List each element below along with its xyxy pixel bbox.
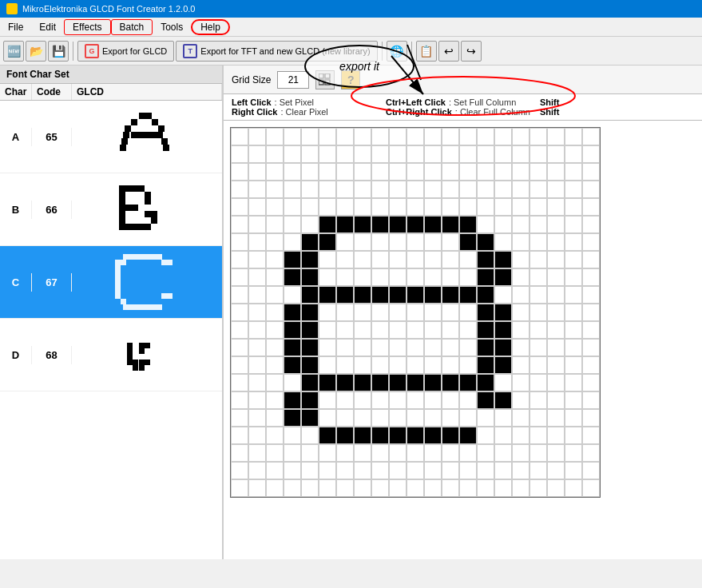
pixel-cell[interactable] bbox=[336, 374, 354, 391]
pixel-cell[interactable] bbox=[389, 427, 407, 444]
pixel-cell[interactable] bbox=[494, 198, 512, 216]
pixel-cell[interactable] bbox=[442, 163, 459, 181]
pixel-cell[interactable] bbox=[371, 321, 389, 339]
pixel-cell[interactable] bbox=[389, 479, 407, 497]
pixel-cell[interactable] bbox=[248, 251, 266, 268]
pixel-cell[interactable] bbox=[389, 304, 407, 321]
pixel-cell[interactable] bbox=[407, 286, 424, 304]
pixel-cell[interactable] bbox=[266, 251, 284, 268]
pixel-cell[interactable] bbox=[494, 181, 512, 198]
pixel-cell[interactable] bbox=[442, 479, 459, 497]
pixel-cell[interactable] bbox=[494, 391, 512, 409]
pixel-cell[interactable] bbox=[266, 356, 284, 374]
pixel-cell[interactable] bbox=[248, 128, 266, 145]
pixel-cell[interactable] bbox=[248, 391, 266, 409]
pixel-cell[interactable] bbox=[529, 128, 547, 145]
pixel-cell[interactable] bbox=[301, 233, 319, 251]
pixel-cell[interactable] bbox=[354, 427, 371, 444]
pixel-cell[interactable] bbox=[512, 163, 529, 181]
pixel-cell[interactable] bbox=[231, 444, 248, 462]
pixel-cell[interactable] bbox=[284, 462, 301, 479]
pixel-cell[interactable] bbox=[494, 409, 512, 427]
pixel-cell[interactable] bbox=[477, 145, 494, 163]
pixel-cell[interactable] bbox=[565, 374, 582, 391]
pixel-cell[interactable] bbox=[494, 427, 512, 444]
pixel-cell[interactable] bbox=[529, 163, 547, 181]
pixel-cell[interactable] bbox=[424, 462, 442, 479]
pixel-cell[interactable] bbox=[582, 427, 600, 444]
pixel-cell[interactable] bbox=[248, 462, 266, 479]
pixel-cell[interactable] bbox=[371, 356, 389, 374]
pixel-cell[interactable] bbox=[477, 321, 494, 339]
pixel-cell[interactable] bbox=[371, 374, 389, 391]
pixel-cell[interactable] bbox=[231, 286, 248, 304]
pixel-cell[interactable] bbox=[529, 409, 547, 427]
pixel-cell[interactable] bbox=[231, 409, 248, 427]
pixel-cell[interactable] bbox=[231, 128, 248, 145]
pixel-cell[interactable] bbox=[565, 163, 582, 181]
pixel-cell[interactable] bbox=[459, 128, 477, 145]
pixel-cell[interactable] bbox=[248, 444, 266, 462]
pixel-cell[interactable] bbox=[266, 145, 284, 163]
pixel-cell[interactable] bbox=[547, 409, 565, 427]
pixel-cell[interactable] bbox=[319, 128, 336, 145]
pixel-cell[interactable] bbox=[319, 216, 336, 233]
pixel-cell[interactable] bbox=[582, 356, 600, 374]
pixel-cell[interactable] bbox=[442, 427, 459, 444]
pixel-cell[interactable] bbox=[301, 251, 319, 268]
pixel-cell[interactable] bbox=[512, 268, 529, 286]
char-row-a[interactable]: A 65 bbox=[0, 101, 222, 173]
pixel-cell[interactable] bbox=[512, 356, 529, 374]
pixel-cell[interactable] bbox=[231, 216, 248, 233]
pixel-cell[interactable] bbox=[459, 286, 477, 304]
pixel-cell[interactable] bbox=[459, 216, 477, 233]
pixel-cell[interactable] bbox=[301, 374, 319, 391]
pixel-cell[interactable] bbox=[231, 427, 248, 444]
pixel-cell[interactable] bbox=[565, 181, 582, 198]
pixel-cell[interactable] bbox=[494, 233, 512, 251]
pixel-cell[interactable] bbox=[459, 181, 477, 198]
pixel-grid[interactable] bbox=[230, 127, 601, 498]
char-row-d[interactable]: D 68 bbox=[0, 319, 222, 391]
pixel-cell[interactable] bbox=[529, 286, 547, 304]
pixel-cell[interactable] bbox=[459, 268, 477, 286]
pixel-cell[interactable] bbox=[336, 462, 354, 479]
pixel-cell[interactable] bbox=[442, 391, 459, 409]
pixel-cell[interactable] bbox=[284, 286, 301, 304]
pixel-cell[interactable] bbox=[231, 163, 248, 181]
pixel-cell[interactable] bbox=[494, 374, 512, 391]
pixel-cell[interactable] bbox=[494, 462, 512, 479]
pixel-cell[interactable] bbox=[547, 304, 565, 321]
pixel-cell[interactable] bbox=[459, 304, 477, 321]
pixel-cell[interactable] bbox=[459, 391, 477, 409]
pixel-cell[interactable] bbox=[389, 181, 407, 198]
pixel-cell[interactable] bbox=[284, 145, 301, 163]
pixel-cell[interactable] bbox=[565, 444, 582, 462]
menu-effects[interactable]: Effects bbox=[64, 19, 110, 35]
pixel-cell[interactable] bbox=[512, 391, 529, 409]
pixel-cell[interactable] bbox=[248, 198, 266, 216]
pixel-cell[interactable] bbox=[354, 409, 371, 427]
grid-toggle-button[interactable] bbox=[315, 70, 335, 89]
pixel-cell[interactable] bbox=[442, 181, 459, 198]
pixel-cell[interactable] bbox=[547, 356, 565, 374]
pixel-cell[interactable] bbox=[284, 198, 301, 216]
pixel-cell[interactable] bbox=[459, 233, 477, 251]
pixel-cell[interactable] bbox=[477, 181, 494, 198]
pixel-cell[interactable] bbox=[354, 339, 371, 356]
pixel-cell[interactable] bbox=[424, 216, 442, 233]
pixel-cell[interactable] bbox=[266, 216, 284, 233]
pixel-cell[interactable] bbox=[582, 145, 600, 163]
pixel-cell[interactable] bbox=[371, 391, 389, 409]
pixel-cell[interactable] bbox=[582, 233, 600, 251]
menu-help[interactable]: Help bbox=[191, 19, 230, 35]
pixel-cell[interactable] bbox=[389, 339, 407, 356]
pixel-cell[interactable] bbox=[547, 216, 565, 233]
pixel-cell[interactable] bbox=[407, 356, 424, 374]
pixel-cell[interactable] bbox=[442, 409, 459, 427]
pixel-cell[interactable] bbox=[389, 321, 407, 339]
pixel-cell[interactable] bbox=[477, 268, 494, 286]
pixel-cell[interactable] bbox=[371, 198, 389, 216]
pixel-cell[interactable] bbox=[266, 268, 284, 286]
pixel-cell[interactable] bbox=[371, 233, 389, 251]
